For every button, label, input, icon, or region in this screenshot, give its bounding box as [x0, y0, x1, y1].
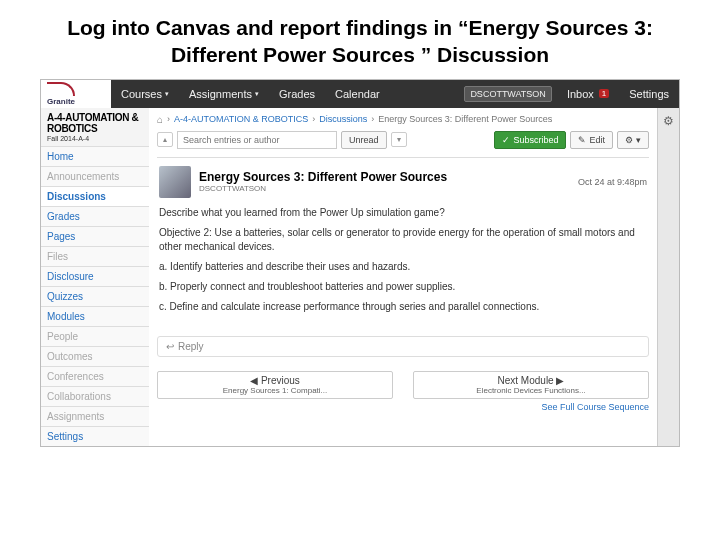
collapse-button[interactable]: ▴ [157, 132, 173, 147]
user-menu-button[interactable]: DSCOTTWATSON [464, 86, 552, 102]
sidebar-item-collaborations[interactable]: Collaborations [41, 386, 149, 406]
sidebar-item-outcomes[interactable]: Outcomes [41, 346, 149, 366]
post-title: Energy Sources 3: Different Power Source… [199, 170, 447, 184]
discussion-toolbar: ▴ Unread ▾ ✓Subscribed ✎Edit ⚙▾ [157, 131, 649, 149]
nav-calendar[interactable]: Calendar [335, 88, 380, 100]
site-logo[interactable]: Granite [41, 80, 111, 108]
check-icon: ✓ [502, 135, 510, 145]
edit-button[interactable]: ✎Edit [570, 131, 613, 149]
crumb-course[interactable]: A-4-AUTOMATION & ROBOTICS [174, 114, 308, 124]
chevron-down-icon: ▾ [255, 90, 259, 98]
post-author: DSCOTTWATSON [199, 184, 447, 193]
home-icon[interactable]: ⌂ [157, 114, 163, 125]
unread-button[interactable]: Unread [341, 131, 387, 149]
search-input[interactable] [177, 131, 337, 149]
previous-module-button[interactable]: ◀ Previous Energy Sources 1: Compati... [157, 371, 393, 399]
canvas-screenshot: Granite Courses▾ Assignments▾ Grades Cal… [40, 79, 680, 447]
nav-grades[interactable]: Grades [279, 88, 315, 100]
reply-input[interactable]: ↩ Reply [157, 336, 649, 357]
course-sidebar: A-4-AUTOMATION & ROBOTICS Fall 2014-A-4 … [41, 108, 149, 446]
reply-icon: ↩ [166, 341, 174, 352]
sidebar-item-disclosure[interactable]: Disclosure [41, 266, 149, 286]
sidebar-item-grades[interactable]: Grades [41, 206, 149, 226]
next-module-button[interactable]: Next Module ▶ Electronic Devices Functio… [413, 371, 649, 399]
course-term: Fall 2014-A-4 [41, 135, 149, 146]
post-body: Describe what you learned from the Power… [159, 206, 647, 314]
see-sequence-link[interactable]: See Full Course Sequence [157, 402, 649, 412]
nav-assignments[interactable]: Assignments▾ [189, 88, 259, 100]
sidebar-item-assignments[interactable]: Assignments [41, 406, 149, 426]
top-nav: Granite Courses▾ Assignments▾ Grades Cal… [41, 80, 679, 108]
slide-title: Log into Canvas and report findings in “… [0, 0, 720, 77]
sidebar-item-quizzes[interactable]: Quizzes [41, 286, 149, 306]
avatar [159, 166, 191, 198]
sidebar-item-modules[interactable]: Modules [41, 306, 149, 326]
main-content: ⌂ › A-4-AUTOMATION & ROBOTICS › Discussi… [149, 108, 657, 446]
sidebar-item-conferences[interactable]: Conferences [41, 366, 149, 386]
course-title: A-4-AUTOMATION & ROBOTICS [41, 108, 149, 135]
pencil-icon: ✎ [578, 135, 586, 145]
settings-link[interactable]: Settings [629, 88, 669, 100]
inbox-badge: 1 [599, 89, 609, 98]
inbox-link[interactable]: Inbox1 [567, 88, 609, 100]
sidebar-item-people[interactable]: People [41, 326, 149, 346]
subscribed-button[interactable]: ✓Subscribed [494, 131, 566, 149]
gear-icon: ⚙ [625, 135, 633, 145]
breadcrumb: ⌂ › A-4-AUTOMATION & ROBOTICS › Discussi… [157, 112, 649, 131]
sidebar-item-settings[interactable]: Settings [41, 426, 149, 446]
options-button[interactable]: ⚙▾ [617, 131, 649, 149]
sidebar-item-discussions[interactable]: Discussions [41, 186, 149, 206]
discussion-post: Energy Sources 3: Different Power Source… [157, 157, 649, 328]
post-date: Oct 24 at 9:48pm [578, 177, 647, 187]
gear-icon[interactable]: ⚙ [663, 114, 674, 446]
sidebar-item-announcements[interactable]: Announcements [41, 166, 149, 186]
chevron-down-icon: ▾ [165, 90, 169, 98]
nav-courses[interactable]: Courses▾ [121, 88, 169, 100]
sidebar-item-files[interactable]: Files [41, 246, 149, 266]
chevron-down-icon: ▾ [636, 135, 641, 145]
expand-button[interactable]: ▾ [391, 132, 407, 147]
module-pager: ◀ Previous Energy Sources 1: Compati... … [157, 371, 649, 399]
sidebar-item-home[interactable]: Home [41, 146, 149, 166]
crumb-discussions[interactable]: Discussions [319, 114, 367, 124]
sidebar-item-pages[interactable]: Pages [41, 226, 149, 246]
right-rail: ⚙ [657, 108, 679, 446]
crumb-current: Energy Sources 3: Different Power Source… [378, 114, 552, 124]
